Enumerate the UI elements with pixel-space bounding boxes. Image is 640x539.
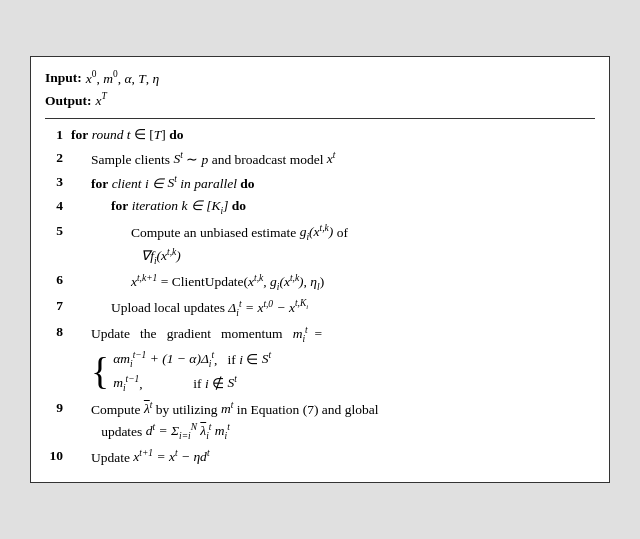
line-content-5: Compute an unbiased estimate gi(xt,k) of…: [71, 221, 595, 269]
input-value: x0, m0, α, T, η: [86, 67, 160, 89]
line-content-4: for iteration k ∈ [Ki] do: [71, 196, 595, 218]
case-2: mit−1, if i ∉ St: [113, 372, 271, 396]
line-3: 3 for client i ∈ St in parallel do: [45, 172, 595, 194]
line-num-2: 2: [45, 148, 63, 169]
output-line: Output: xT: [45, 89, 595, 111]
line-6: 6 xt,k+1 = ClientUpdate(xt,k, gi(xt,k), …: [45, 270, 595, 294]
line-content-10: Update xt+1 = xt − ηdt: [71, 446, 595, 468]
line-num-1: 1: [45, 125, 63, 146]
line-content-9: Compute λt by utilizing mt in Equation (…: [71, 398, 595, 444]
line-num-7: 7: [45, 296, 63, 317]
line-1: 1 for round t ∈ [T] do: [45, 125, 595, 146]
line-10: 10 Update xt+1 = xt − ηdt: [45, 446, 595, 468]
line-num-5: 5: [45, 221, 63, 242]
line-2: 2 Sample clients St ∼ p and broadcast mo…: [45, 148, 595, 170]
input-label: Input:: [45, 68, 82, 89]
line-content-1: for round t ∈ [T] do: [71, 125, 595, 146]
header-section: Input: x0, m0, α, T, η Output: xT: [45, 67, 595, 119]
output-value: xT: [96, 89, 107, 111]
line-num-6: 6: [45, 270, 63, 291]
algorithm-box: Input: x0, m0, α, T, η Output: xT 1 for …: [30, 56, 610, 483]
input-line: Input: x0, m0, α, T, η: [45, 67, 595, 89]
line-content-3: for client i ∈ St in parallel do: [71, 172, 595, 194]
output-label: Output:: [45, 91, 92, 112]
case-1: αmit−1 + (1 − α)Δit, if i ∈ St: [113, 348, 271, 372]
line-4: 4 for iteration k ∈ [Ki] do: [45, 196, 595, 218]
line-8: 8 Update the gradient momentum mit = { α…: [45, 322, 595, 395]
line-num-3: 3: [45, 172, 63, 193]
line-num-10: 10: [45, 446, 63, 467]
line-content-8: Update the gradient momentum mit = { αmi…: [71, 322, 595, 395]
line-5: 5 Compute an unbiased estimate gi(xt,k) …: [45, 221, 595, 269]
line-9: 9 Compute λt by utilizing mt in Equation…: [45, 398, 595, 444]
line-content-6: xt,k+1 = ClientUpdate(xt,k, gi(xt,k), ηl…: [71, 270, 595, 294]
line-num-4: 4: [45, 196, 63, 217]
line-content-7: Upload local updates Δit = xt,0 − xt,Ki: [71, 296, 595, 320]
line-num-9: 9: [45, 398, 63, 419]
line-7: 7 Upload local updates Δit = xt,0 − xt,K…: [45, 296, 595, 320]
line-content-2: Sample clients St ∼ p and broadcast mode…: [71, 148, 595, 170]
line-num-8: 8: [45, 322, 63, 343]
